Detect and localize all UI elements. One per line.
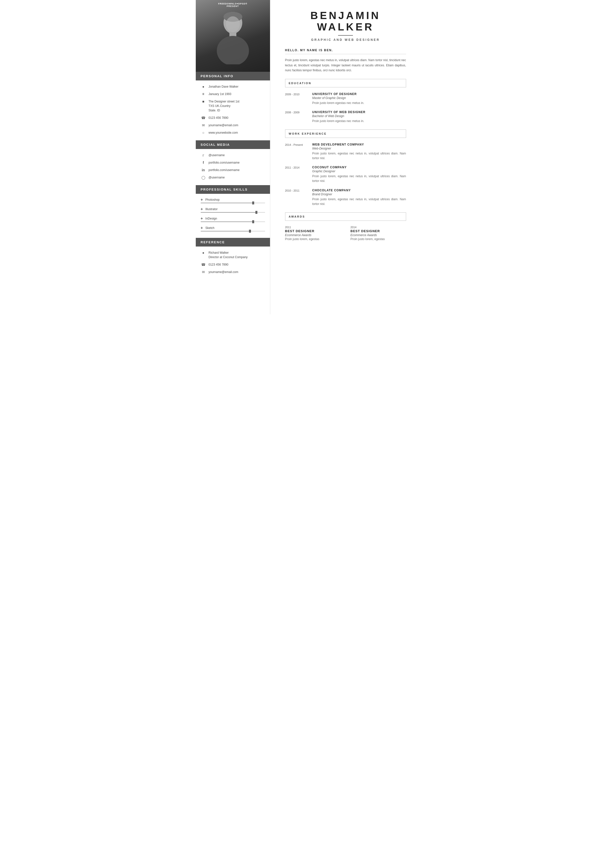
info-address-text: The Designer street 1stTXS UK.CountrySta… bbox=[209, 99, 240, 113]
skill-fill bbox=[201, 231, 249, 231]
location-icon: ■ bbox=[201, 99, 206, 104]
facebook-item: f portfolio.com/username bbox=[201, 160, 265, 165]
skill-plus-icon: + bbox=[201, 198, 203, 202]
work-entry-1: 2014 - Present WEB DEVELOPMENT COMPANY W… bbox=[285, 143, 406, 161]
awards-section: AWARDS 2011 BEST DESIGNER Ecommerce Awar… bbox=[285, 212, 406, 241]
ref-phone-icon: ☎ bbox=[201, 263, 206, 267]
globe-icon: ○ bbox=[201, 131, 206, 135]
linkedin-icon: in bbox=[201, 168, 206, 172]
work-company-3: CHOCOLATE COMPANY bbox=[312, 189, 406, 192]
svg-point-3 bbox=[217, 36, 249, 64]
phone-icon: ☎ bbox=[201, 116, 206, 120]
ref-name-text: Richard Walker Director at Coconut Compa… bbox=[209, 251, 248, 259]
education-header: EDUCATION bbox=[285, 79, 406, 87]
work-date-3: 2010 - 2011 bbox=[285, 189, 312, 206]
edu-role-2: Bachelor of Web Design bbox=[312, 114, 406, 118]
edu-content-1: UNIVERSITY OF DESIGNER Master of Graphic… bbox=[312, 92, 406, 105]
info-website-text: www.yourwebsite.com bbox=[209, 130, 238, 135]
name-block: BENJAMIN WALKER GRAPHIC AND WEB DESIGNER bbox=[285, 10, 406, 42]
facebook-icon: f bbox=[201, 161, 206, 164]
award-col-1: 2011 BEST DESIGNER Ecommerce Awards Proi… bbox=[285, 226, 341, 241]
work-desc-3: Proin justo lorem, egestas nec netus in,… bbox=[312, 197, 406, 206]
info-phone-item: ☎ 0123 456 7890 bbox=[201, 116, 265, 120]
linkedin-item: in portfolio.com/username bbox=[201, 168, 265, 172]
edu-desc-2: Proin justo lorem egestas nec metus in. bbox=[312, 119, 406, 124]
work-role-3: Brand Drsigner bbox=[312, 192, 406, 196]
skill-illustrator: + Illustrator bbox=[201, 207, 265, 212]
edu-company-2: UNIVERSITY OF WEB DESIGNER bbox=[312, 110, 406, 114]
skill-name: Sketch bbox=[205, 226, 215, 230]
education-section: EDUCATION 2009 - 2010 UNIVERSITY OF DESI… bbox=[285, 79, 406, 124]
edu-role-1: Master of Graphic Design bbox=[312, 96, 406, 100]
edu-date-2: 2008 - 2009 bbox=[285, 110, 312, 124]
info-name-text: Jonathan Dave Walker bbox=[209, 84, 239, 89]
award-desc-2: Proin justo lorem, egestas bbox=[350, 237, 406, 241]
intro-text: Proin justo lorem, egestas nec metus in,… bbox=[285, 58, 406, 73]
social-media-header: SOCIAL MEDIA bbox=[196, 140, 270, 149]
logo-text: FREEDOWNLO♥DPSD® PRESENT bbox=[218, 3, 248, 8]
reference-header: REFERENCE bbox=[196, 238, 270, 246]
job-title: GRAPHIC AND WEB DESIGNER bbox=[285, 38, 406, 42]
skill-sketch: + Sketch bbox=[201, 226, 265, 231]
skills-section: + Photoshop + Illustrator + InDesign bbox=[196, 194, 270, 238]
education-entry-2: 2008 - 2009 UNIVERSITY OF WEB DESIGNER B… bbox=[285, 110, 406, 124]
photo-placeholder bbox=[196, 0, 270, 72]
skill-plus-icon: + bbox=[201, 217, 203, 220]
email-icon: ✉ bbox=[201, 123, 206, 127]
skill-fill bbox=[201, 222, 252, 222]
skills-header: PROFESSIONAL SKILLS bbox=[196, 185, 270, 194]
work-content-1: WEB DEVELOPMENT COMPANY Web-Designer Pro… bbox=[312, 143, 406, 161]
sidebar: FREEDOWNLO♥DPSD® PRESENT PERSONAL INFO ●… bbox=[196, 0, 270, 314]
ref-title: Director at Coconut Company bbox=[209, 256, 248, 259]
work-desc-2: Proin justo lorem, egestas nec netus in,… bbox=[312, 174, 406, 183]
profile-photo: FREEDOWNLO♥DPSD® PRESENT bbox=[196, 0, 270, 72]
skill-thumb bbox=[252, 202, 254, 205]
skill-fill bbox=[201, 212, 256, 212]
skill-bar bbox=[201, 212, 265, 212]
twitter-item: 𝕣 @username bbox=[201, 153, 265, 157]
info-dob-text: January 1st 1993 bbox=[209, 92, 231, 96]
award-year-2: 2014 bbox=[350, 226, 406, 229]
award-title-2: BEST DESIGNER bbox=[350, 229, 406, 233]
skill-bar bbox=[201, 222, 265, 222]
logo-line2: PRESENT bbox=[227, 5, 239, 8]
person-silhouette bbox=[213, 8, 253, 64]
skill-name: InDesign bbox=[205, 217, 217, 220]
work-desc-1: Proin justo lorem, egestas nec netus in,… bbox=[312, 151, 406, 161]
instagram-icon: ◯ bbox=[201, 175, 206, 180]
last-name: WALKER bbox=[285, 21, 406, 33]
ref-phone-text: 0123 456 7890 bbox=[209, 262, 228, 267]
personal-info-header: PERSONAL INFO bbox=[196, 72, 270, 81]
ref-person-icon: ● bbox=[201, 251, 206, 255]
skill-name: Illustrator bbox=[205, 208, 217, 211]
linkedin-text: portfolio.com/username bbox=[209, 168, 240, 172]
work-date-1: 2014 - Present bbox=[285, 143, 312, 161]
personal-info-section: ● Jonathan Dave Walker ☀ January 1st 199… bbox=[196, 81, 270, 140]
person-icon: ● bbox=[201, 85, 206, 88]
reference-section: ● Richard Walker Director at Coconut Com… bbox=[196, 246, 270, 280]
award-title-1: BEST DESIGNER bbox=[285, 229, 341, 233]
awards-header: AWARDS bbox=[285, 212, 406, 221]
info-website-item: ○ www.yourwebsite.com bbox=[201, 130, 265, 135]
education-entry-1: 2009 - 2010 UNIVERSITY OF DESIGNER Maste… bbox=[285, 92, 406, 105]
edu-desc-1: Proin justo lorem egestas nec metus in. bbox=[312, 101, 406, 105]
ref-phone-item: ☎ 0123 456 7890 bbox=[201, 262, 265, 267]
skill-plus-icon: + bbox=[201, 226, 203, 230]
skill-bar bbox=[201, 203, 265, 203]
work-experience-header: WORK EXPERIENCE bbox=[285, 129, 406, 138]
name-divider bbox=[338, 35, 353, 36]
award-org-2: Ecommerce Awards bbox=[350, 233, 406, 237]
main-content: BENJAMIN WALKER GRAPHIC AND WEB DESIGNER… bbox=[270, 0, 419, 314]
work-company-2: COCONUT COMPANY bbox=[312, 166, 406, 169]
skill-thumb bbox=[249, 230, 251, 232]
work-entry-2: 2011 - 2014 COCONUT COMPANY Graphic Desi… bbox=[285, 166, 406, 183]
ref-name-item: ● Richard Walker Director at Coconut Com… bbox=[201, 251, 265, 259]
award-year-1: 2011 bbox=[285, 226, 341, 229]
skill-name: Photoshop bbox=[205, 198, 220, 202]
intro-section: HELLO. MY NAME IS BEN. Proin justo lorem… bbox=[285, 48, 406, 73]
social-media-section: 𝕣 @username f portfolio.com/username in … bbox=[196, 149, 270, 185]
info-dob-item: ☀ January 1st 1993 bbox=[201, 92, 265, 96]
twitter-icon: 𝕣 bbox=[201, 153, 206, 157]
skill-photoshop: + Photoshop bbox=[201, 198, 265, 203]
info-address-item: ■ The Designer street 1stTXS UK.CountryS… bbox=[201, 99, 265, 113]
